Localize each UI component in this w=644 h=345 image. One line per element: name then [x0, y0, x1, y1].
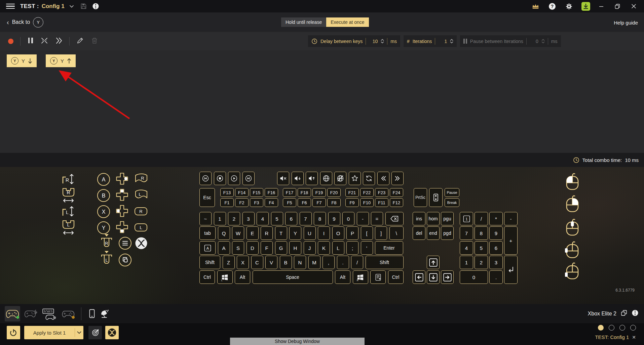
mouse-middle-button[interactable] — [564, 218, 581, 238]
stick-left-horizontal[interactable]: L — [61, 219, 76, 236]
key-win-right[interactable]: R — [353, 270, 368, 284]
minimize-button[interactable] — [596, 1, 607, 11]
key-f7[interactable]: F7 — [312, 198, 326, 207]
key-f22[interactable]: F22 — [360, 188, 374, 197]
key-favorites[interactable] — [349, 172, 361, 185]
key-win-left[interactable]: L — [217, 270, 233, 284]
key-[interactable]: + — [504, 226, 518, 255]
dpad-up[interactable] — [116, 188, 128, 203]
key-8[interactable]: 8 — [475, 226, 488, 240]
key-space[interactable]: Space — [253, 270, 333, 284]
key-0[interactable]: 0 — [342, 212, 354, 225]
key-s[interactable]: S — [232, 241, 244, 255]
key-f4[interactable]: F4 — [265, 198, 278, 207]
key-2[interactable]: 2 — [475, 256, 488, 269]
key-f15[interactable]: F15 — [250, 188, 263, 197]
key-9[interactable]: 9 — [489, 226, 503, 240]
remove-delays-icon[interactable] — [40, 37, 48, 46]
key-[interactable]: \ — [389, 226, 404, 240]
key-f[interactable]: F — [261, 241, 273, 255]
restore-button[interactable] — [612, 1, 623, 11]
key-b[interactable]: B — [280, 256, 292, 269]
menu-button[interactable] — [118, 236, 132, 251]
key-f8[interactable]: F8 — [327, 198, 341, 207]
slot-indicator-2[interactable] — [609, 325, 614, 331]
slot-indicator-1[interactable] — [598, 325, 604, 331]
key-f17[interactable]: F17 — [283, 188, 296, 197]
chevron-down-icon[interactable] — [67, 1, 77, 11]
key-3[interactable]: 3 — [242, 212, 255, 225]
key-e[interactable]: E — [247, 226, 259, 240]
button-x[interactable]: X — [97, 205, 110, 220]
key-[interactable]: ] — [375, 226, 387, 240]
satellite-dish-icon[interactable] — [100, 308, 110, 319]
key-pause[interactable]: Pause — [445, 188, 459, 197]
button-b[interactable]: B — [97, 189, 110, 204]
key-f20[interactable]: F20 — [327, 188, 341, 197]
key-q[interactable]: Q — [218, 226, 230, 240]
key-[interactable]: ; — [346, 241, 358, 255]
key-n[interactable]: N — [294, 256, 306, 269]
delay-value[interactable]: 10 — [369, 39, 378, 44]
active-config-tab[interactable]: TEST: Config 1 ✕ — [595, 334, 636, 340]
key-f23[interactable]: F23 — [375, 188, 388, 197]
key-arrow-left[interactable] — [413, 270, 425, 284]
key-numpad-enter[interactable] — [504, 256, 518, 284]
view-button[interactable] — [118, 253, 132, 268]
key-nav-forward[interactable] — [391, 172, 404, 185]
key-a[interactable]: A — [218, 241, 230, 255]
paddle-left[interactable]: L — [134, 223, 148, 233]
delay-spinner[interactable] — [381, 39, 384, 43]
key-alt[interactable]: Alt — [235, 270, 250, 284]
key-f18[interactable]: F18 — [298, 188, 311, 197]
download-update-icon[interactable] — [581, 1, 591, 11]
save-icon[interactable] — [79, 1, 89, 11]
iterations-spinner[interactable] — [450, 39, 453, 43]
premium-crown-icon[interactable] — [530, 1, 540, 11]
key-f19[interactable]: F19 — [312, 188, 326, 197]
key-f12[interactable]: F12 — [390, 198, 403, 207]
key-6[interactable]: 6 — [285, 212, 297, 225]
key-arrow-down[interactable] — [427, 270, 440, 284]
key-i[interactable]: I — [318, 226, 330, 240]
key-5[interactable]: 5 — [271, 212, 283, 225]
tab-bluetooth-controller[interactable] — [23, 306, 39, 321]
power-button[interactable] — [7, 326, 20, 339]
autodetect-target-icon[interactable] — [88, 326, 102, 339]
key-f10[interactable]: F10 — [360, 198, 374, 207]
key-f5[interactable]: F5 — [283, 198, 296, 207]
key-[interactable]: - — [504, 212, 518, 225]
tab-xbox-controller[interactable] — [5, 306, 20, 321]
help-icon[interactable]: ? — [547, 1, 557, 11]
key-1[interactable]: 1 — [460, 256, 473, 269]
hamburger-menu-icon[interactable] — [6, 3, 15, 10]
key-backspace[interactable] — [385, 212, 404, 225]
key-[interactable]: ' — [361, 241, 373, 255]
key-hom[interactable]: hom — [427, 212, 440, 225]
key-play[interactable] — [228, 172, 240, 185]
key-prev-track[interactable] — [199, 172, 212, 185]
key-volume-down[interactable] — [292, 172, 304, 185]
key-w[interactable]: W — [232, 226, 244, 240]
key-pgd[interactable]: pgd — [441, 226, 454, 240]
key-ctrl[interactable]: Ctrl — [388, 270, 404, 284]
key-5[interactable]: 5 — [475, 241, 488, 255]
key-m[interactable]: M — [308, 256, 320, 269]
close-button[interactable] — [628, 1, 639, 11]
key-f3[interactable]: F3 — [250, 198, 263, 207]
key-context-menu[interactable] — [370, 270, 386, 284]
key-stop[interactable] — [214, 172, 226, 185]
dpad-right[interactable] — [116, 172, 128, 186]
right-trigger[interactable]: R — [100, 233, 113, 252]
key-r[interactable]: R — [261, 226, 273, 240]
key-ins[interactable]: ins — [413, 212, 425, 225]
key-o[interactable]: O — [332, 226, 344, 240]
key-f11[interactable]: F11 — [375, 198, 388, 207]
key-9[interactable]: 9 — [328, 212, 340, 225]
key-shift[interactable]: Shift — [199, 256, 220, 269]
edit-pen-icon[interactable] — [76, 37, 84, 46]
key-[interactable]: [ — [361, 226, 373, 240]
apply-to-slot-button[interactable]: Apply to Slot 1 — [24, 326, 83, 339]
key-7[interactable]: 7 — [300, 212, 312, 225]
mouse-right-button[interactable] — [564, 194, 581, 214]
